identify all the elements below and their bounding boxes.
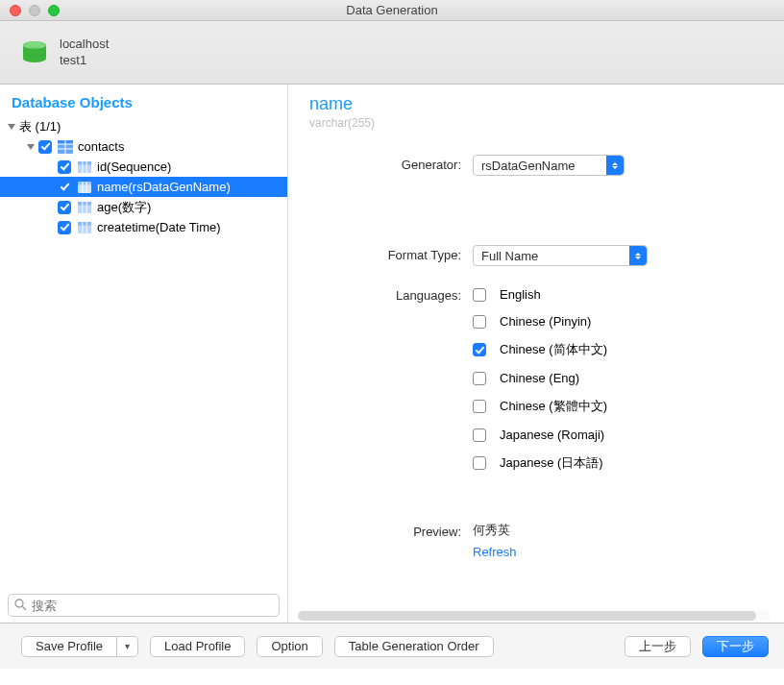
language-option[interactable]: Chinese (Eng)	[473, 371, 607, 385]
table-icon	[58, 140, 73, 154]
checkbox[interactable]	[473, 400, 486, 413]
preview-value: 何秀英	[473, 522, 517, 539]
sidebar: Database Objects 表 (1/1) contacts	[0, 85, 288, 623]
column-icon	[77, 221, 92, 234]
checkbox[interactable]	[58, 221, 71, 234]
language-label: Japanese (Romaji)	[500, 428, 604, 442]
search-icon	[14, 599, 27, 614]
checkbox[interactable]	[473, 315, 486, 329]
svg-line-25	[22, 606, 26, 610]
language-option[interactable]: Chinese (繁體中文)	[473, 398, 607, 415]
field-name: name	[309, 94, 763, 114]
tree-column[interactable]: age(数字)	[0, 197, 287, 217]
tree-table-contacts[interactable]: contacts	[0, 136, 287, 157]
tree-column[interactable]: createtime(Date Time)	[0, 217, 287, 237]
column-label: age(数字)	[97, 199, 151, 216]
chevron-down-icon[interactable]	[27, 144, 35, 150]
language-label: Chinese (Pinyin)	[500, 314, 591, 329]
column-icon	[77, 160, 92, 174]
object-tree: 表 (1/1) contacts id(Sequence)name(rsData…	[0, 116, 287, 588]
chevron-down-icon[interactable]	[8, 124, 15, 130]
checkbox[interactable]	[58, 181, 71, 194]
refresh-link[interactable]: Refresh	[473, 545, 517, 559]
checkbox[interactable]	[473, 456, 486, 470]
option-button[interactable]: Option	[257, 636, 322, 657]
svg-point-24	[15, 599, 23, 607]
svg-rect-9	[78, 161, 91, 165]
column-label: createtime(Date Time)	[97, 220, 221, 234]
language-label: Chinese (Eng)	[500, 371, 579, 385]
preview-label: Preview:	[309, 522, 473, 559]
language-label: English	[500, 287, 541, 302]
languages-label: Languages:	[309, 285, 473, 472]
table-order-button[interactable]: Table Generation Order	[334, 636, 494, 657]
formattype-select[interactable]: Full Name	[473, 245, 648, 266]
header: localhost test1	[0, 21, 784, 85]
language-option[interactable]: Japanese (Romaji)	[473, 428, 607, 442]
header-db: test1	[60, 53, 109, 68]
checkbox[interactable]	[473, 428, 486, 442]
column-icon	[77, 201, 92, 214]
dropdown-arrows-icon	[629, 246, 647, 265]
checkbox[interactable]	[473, 343, 486, 356]
column-label: id(Sequence)	[97, 159, 171, 174]
header-host: localhost	[60, 37, 109, 52]
checkbox[interactable]	[473, 372, 486, 385]
window-title: Data Generation	[0, 3, 784, 17]
checkbox[interactable]	[58, 201, 71, 214]
save-profile-button[interactable]: Save Profile	[21, 636, 117, 657]
scrollbar-thumb[interactable]	[298, 611, 756, 621]
formattype-label: Format Type:	[309, 245, 473, 266]
dropdown-arrows-icon	[606, 156, 624, 175]
checkbox[interactable]	[58, 160, 71, 174]
save-profile-dropdown[interactable]: ▾	[117, 636, 138, 657]
language-label: Chinese (简体中文)	[500, 341, 607, 358]
horizontal-scrollbar[interactable]	[298, 611, 771, 621]
database-icon	[21, 40, 48, 65]
svg-rect-13	[78, 182, 91, 185]
column-icon	[77, 181, 92, 194]
detail-pane: name varchar(255) Generator: rsDataGenNa…	[288, 85, 784, 623]
back-button[interactable]: 上一步	[625, 636, 691, 657]
footer: Save Profile ▾ Load Profile Option Table…	[0, 623, 784, 669]
generator-label: Generator:	[309, 155, 473, 176]
tree-column[interactable]: id(Sequence)	[0, 157, 287, 177]
next-button[interactable]: 下一步	[702, 636, 769, 657]
checkbox[interactable]	[473, 288, 486, 302]
search-input[interactable]	[8, 594, 280, 617]
language-label: Japanese (日本語)	[500, 454, 603, 472]
language-option[interactable]: Chinese (简体中文)	[473, 341, 607, 358]
sidebar-title: Database Objects	[0, 94, 287, 116]
generator-select[interactable]: rsDataGenName	[473, 155, 625, 176]
load-profile-button[interactable]: Load Profile	[150, 636, 245, 657]
column-label: name(rsDataGenName)	[97, 180, 231, 194]
field-type: varchar(255)	[309, 116, 763, 130]
language-option[interactable]: Japanese (日本語)	[473, 454, 607, 472]
tree-group-tables[interactable]: 表 (1/1)	[0, 116, 287, 136]
titlebar: Data Generation	[0, 0, 784, 21]
language-option[interactable]: English	[473, 287, 607, 302]
language-option[interactable]: Chinese (Pinyin)	[473, 314, 607, 329]
chevron-down-icon: ▾	[125, 641, 130, 651]
checkbox[interactable]	[38, 140, 52, 154]
svg-rect-21	[78, 222, 91, 226]
tree-column[interactable]: name(rsDataGenName)	[0, 177, 287, 197]
language-label: Chinese (繁體中文)	[500, 398, 607, 415]
svg-rect-17	[78, 202, 91, 206]
